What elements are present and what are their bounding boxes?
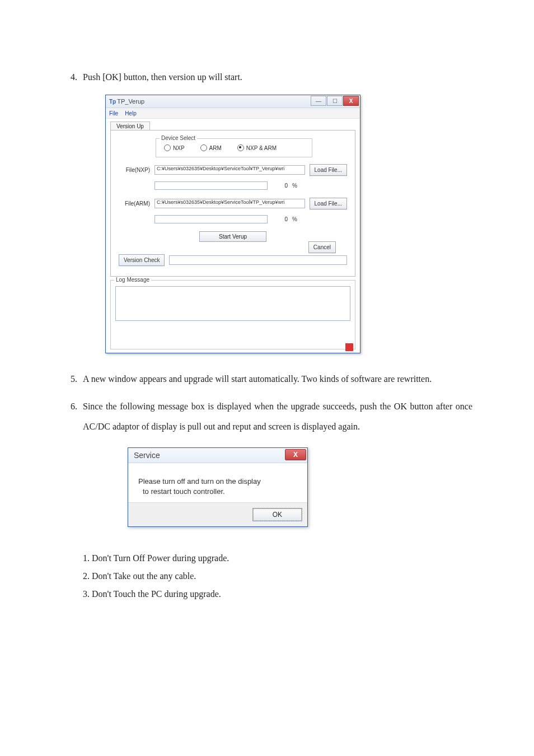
service-title: Service bbox=[134, 451, 160, 460]
minimize-icon[interactable]: — bbox=[311, 96, 326, 106]
percent-sign: % bbox=[292, 183, 297, 189]
service-dialog: Service X Please turn off and turn on th… bbox=[128, 447, 308, 527]
progress-nxp-value: 0 bbox=[272, 183, 288, 189]
close-icon[interactable]: X bbox=[343, 96, 359, 106]
service-close-icon[interactable]: X bbox=[285, 449, 306, 460]
service-message: Please turn off and turn on the display … bbox=[128, 463, 307, 502]
note-1: 1. Don't Turn Off Power during upgrade. bbox=[83, 549, 472, 567]
load-file-arm-button[interactable]: Load File... bbox=[310, 198, 347, 209]
cancel-button[interactable]: Cancel bbox=[308, 241, 336, 253]
device-select-group: Device Select NXP ARM NXP & ARM bbox=[156, 138, 312, 157]
menu-help[interactable]: Help bbox=[125, 110, 137, 116]
tp-verup-window: TpTP_Verup — ☐ X File Help Version Up De… bbox=[105, 95, 360, 353]
start-verup-button[interactable]: Start Verup bbox=[199, 231, 266, 242]
label-file-nxp: File(NXP) bbox=[119, 167, 150, 173]
resize-grip-icon[interactable] bbox=[345, 343, 353, 351]
list-text-4: Push [OK] button, then version up will s… bbox=[83, 67, 472, 87]
load-file-nxp-button[interactable]: Load File... bbox=[310, 164, 347, 176]
note-2: 2. Don't Take out the any cable. bbox=[83, 567, 472, 585]
tab-version-up[interactable]: Version Up bbox=[110, 122, 150, 130]
list-number-6: 6. bbox=[62, 396, 83, 436]
list-number-4: 4. bbox=[62, 67, 83, 87]
label-file-arm: File(ARM) bbox=[119, 200, 150, 207]
path-nxp-input[interactable]: C:¥Users¥s032635¥Desktop¥ServiceTool¥TP_… bbox=[154, 165, 305, 175]
service-titlebar: Service X bbox=[128, 448, 307, 463]
version-check-button[interactable]: Version Check bbox=[119, 254, 165, 266]
list-text-5: A new window appears and upgrade will st… bbox=[83, 369, 472, 389]
note-3: 3. Don't Touch the PC during upgrade. bbox=[83, 585, 472, 603]
progress-nxp bbox=[154, 181, 268, 190]
group-title-log: Log Message bbox=[114, 277, 151, 283]
titlebar: TpTP_Verup — ☐ X bbox=[106, 95, 360, 108]
group-title-device: Device Select bbox=[160, 135, 197, 141]
progress-arm bbox=[154, 215, 268, 223]
menubar: File Help bbox=[106, 108, 360, 119]
log-message-group: Log Message bbox=[110, 280, 355, 349]
list-number-5: 5. bbox=[62, 369, 83, 389]
radio-nxp-arm[interactable]: NXP & ARM bbox=[237, 144, 277, 151]
radio-arm[interactable]: ARM bbox=[200, 144, 222, 151]
percent-sign-arm: % bbox=[292, 216, 297, 222]
log-textarea[interactable] bbox=[115, 286, 350, 321]
path-arm-input[interactable]: C:¥Users¥s032635¥Desktop¥ServiceTool¥TP_… bbox=[154, 199, 305, 208]
window-title: TpTP_Verup bbox=[109, 98, 144, 105]
progress-arm-value: 0 bbox=[272, 216, 288, 222]
maximize-icon[interactable]: ☐ bbox=[327, 96, 343, 106]
list-text-6: Since the following message box is displ… bbox=[83, 396, 472, 436]
menu-file[interactable]: File bbox=[109, 110, 118, 116]
radio-nxp[interactable]: NXP bbox=[164, 144, 185, 151]
ok-button[interactable]: OK bbox=[253, 508, 302, 521]
version-check-output bbox=[169, 255, 347, 265]
